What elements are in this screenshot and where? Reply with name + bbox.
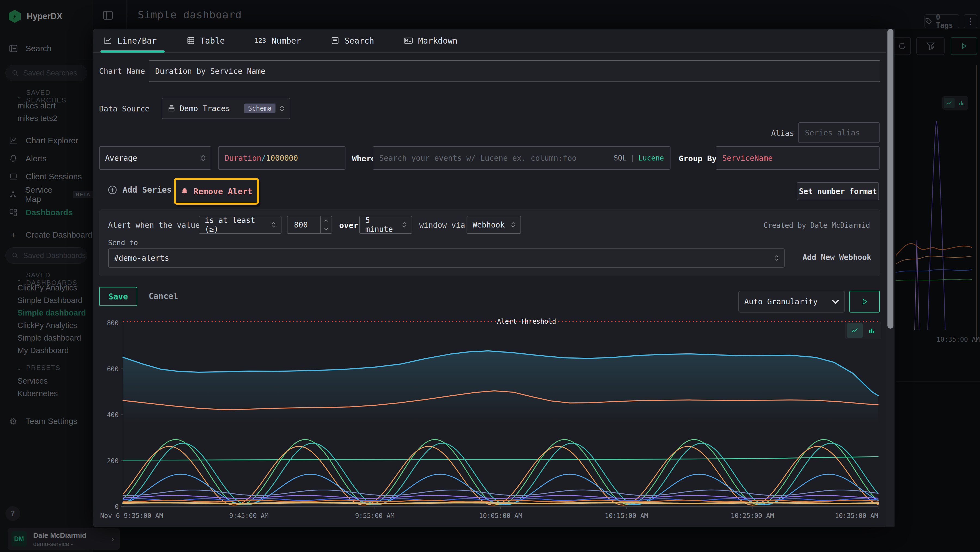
chart-type-toggle xyxy=(846,322,881,339)
svg-text:200: 200 xyxy=(107,457,119,465)
set-number-format-button[interactable]: Set number format xyxy=(797,182,879,200)
field-expression-input[interactable]: Duration/1000000 xyxy=(218,146,345,170)
remove-alert-button[interactable]: Remove Alert xyxy=(180,187,253,196)
schema-badge: Schema xyxy=(244,104,275,113)
add-series-button[interactable]: Add Series xyxy=(108,185,172,195)
send-to-label: Send to xyxy=(108,239,138,247)
remove-alert-highlight: Remove Alert xyxy=(174,178,259,204)
alert-prefix: Alert when the value xyxy=(108,221,200,230)
number-tab-icon: 123 xyxy=(255,37,266,44)
select-updown-icon xyxy=(201,155,205,161)
where-search-input[interactable]: Search your events w/ Lucene ex. column:… xyxy=(373,146,670,170)
modal-scrollbar xyxy=(886,29,894,527)
markdown-tab-icon xyxy=(404,37,413,45)
cancel-button[interactable]: Cancel xyxy=(149,291,178,301)
table-tab-icon xyxy=(187,37,195,45)
data-source-value: Demo Traces xyxy=(180,104,240,113)
field-name: Duration xyxy=(224,154,261,163)
select-updown-icon xyxy=(280,105,284,112)
chart-name-label: Chart Name xyxy=(99,67,145,76)
svg-text:9:55:00 AM: 9:55:00 AM xyxy=(355,512,395,520)
send-to-select[interactable]: #demo-alerts xyxy=(108,249,784,268)
svg-text:800: 800 xyxy=(107,319,119,327)
tab-line-bar[interactable]: Line/Bar xyxy=(104,29,157,52)
bar-chart-icon[interactable] xyxy=(864,323,880,338)
line-chart: 0200400600800Nov 6 9:35:00 AM9:45:00 AM9… xyxy=(99,314,880,524)
svg-text:0: 0 xyxy=(115,503,119,511)
svg-text:10:15:00 AM: 10:15:00 AM xyxy=(605,512,648,520)
edit-chart-modal: Line/Bar Table 123 Number Search Markdow… xyxy=(93,29,887,527)
created-by-label: Created by Dale McDiarmid xyxy=(764,221,870,230)
denominator: 1000000 xyxy=(266,154,298,163)
svg-text:10:35:00 AM: 10:35:00 AM xyxy=(835,512,878,520)
svg-text:600: 600 xyxy=(107,365,119,373)
tab-search[interactable]: Search xyxy=(331,29,374,52)
alias-input[interactable] xyxy=(799,122,880,143)
tab-markdown[interactable]: Markdown xyxy=(404,29,458,52)
chevron-down-icon xyxy=(832,300,839,304)
alert-window-select[interactable]: 5 minute xyxy=(360,216,412,234)
number-spinner[interactable] xyxy=(320,216,332,233)
over-label: over xyxy=(339,221,358,230)
data-source-select[interactable]: Demo Traces Schema xyxy=(162,98,290,119)
select-updown-icon xyxy=(402,222,406,228)
svg-text:Nov 6 9:35:00 AM: Nov 6 9:35:00 AM xyxy=(100,512,163,520)
alert-condition-select[interactable]: is at least (≥) xyxy=(199,216,282,234)
mode-pipe: | xyxy=(626,154,638,162)
save-button[interactable]: Save xyxy=(99,287,137,306)
aggregation-value: Average xyxy=(105,154,197,163)
line-chart-icon[interactable] xyxy=(847,323,863,338)
active-tab-underline xyxy=(100,50,165,53)
select-updown-icon xyxy=(775,255,778,261)
lucene-mode-button[interactable]: Lucene xyxy=(638,154,664,162)
screen: Simple dashboard 0 Tags ⋮ ⚡ HyperDX Sear… xyxy=(0,0,980,552)
aggregation-select[interactable]: Average xyxy=(99,146,211,170)
svg-text:400: 400 xyxy=(107,411,119,419)
tabs-divider xyxy=(93,52,887,53)
run-chart-button[interactable] xyxy=(850,291,880,313)
tab-table[interactable]: Table xyxy=(187,29,225,52)
svg-text:10:05:00 AM: 10:05:00 AM xyxy=(479,512,522,520)
add-new-webhook-button[interactable]: Add New Webhook xyxy=(802,253,871,262)
scrollbar-thumb[interactable] xyxy=(888,29,893,329)
where-label: Where xyxy=(352,154,375,163)
alert-channel-select[interactable]: Webhook xyxy=(466,216,521,234)
group-by-label: Group By xyxy=(679,154,717,163)
alert-bell-icon xyxy=(180,187,189,195)
data-source-label: Data Source xyxy=(99,104,150,113)
alert-config-panel: Alert when the value is at least (≥) 800… xyxy=(99,209,880,276)
chart-type-tabs: Line/Bar Table 123 Number Search Markdow… xyxy=(104,29,458,52)
granularity-select[interactable]: Auto Granularity xyxy=(738,291,845,313)
group-by-input[interactable]: ServiceName xyxy=(716,146,880,170)
plus-circle-icon xyxy=(108,185,117,195)
window-via-label: window via xyxy=(419,221,465,230)
alert-threshold-input[interactable]: 800 xyxy=(287,216,332,234)
slash: / xyxy=(261,154,266,163)
select-updown-icon xyxy=(511,222,515,228)
sql-mode-button[interactable]: SQL xyxy=(614,154,626,162)
line-bar-tab-icon xyxy=(104,37,112,45)
tab-number[interactable]: 123 Number xyxy=(255,29,301,52)
svg-text:10:25:00 AM: 10:25:00 AM xyxy=(731,512,774,520)
svg-text:Alert Threshold: Alert Threshold xyxy=(497,318,556,325)
chart-area: 0200400600800Nov 6 9:35:00 AM9:45:00 AM9… xyxy=(99,314,880,524)
database-icon xyxy=(168,105,175,112)
select-updown-icon xyxy=(272,222,275,228)
where-placeholder: Search your events w/ Lucene ex. column:… xyxy=(379,154,614,163)
chart-name-input[interactable] xyxy=(149,60,880,82)
search-tab-icon xyxy=(331,37,339,45)
alias-label: Alias xyxy=(768,129,794,138)
svg-text:9:45:00 AM: 9:45:00 AM xyxy=(229,512,269,520)
